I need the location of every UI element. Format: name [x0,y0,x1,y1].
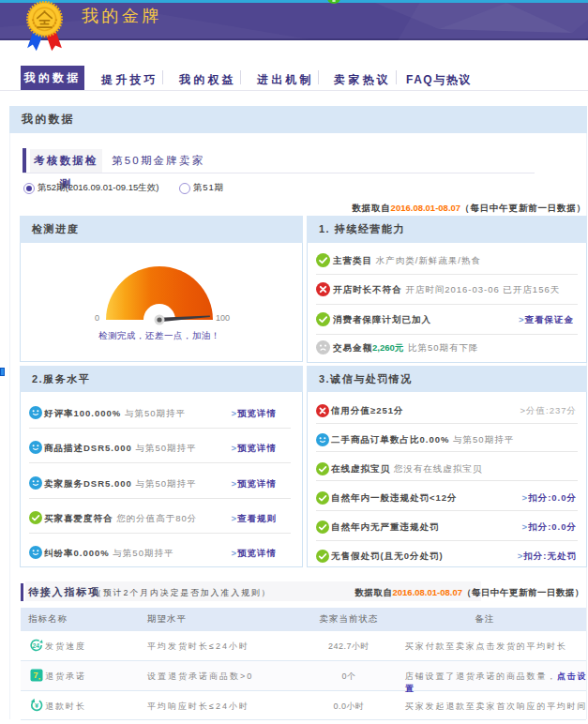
svg-text:24: 24 [33,642,40,649]
svg-text:¥: ¥ [35,701,39,710]
svg-text:7: 7 [33,671,38,680]
